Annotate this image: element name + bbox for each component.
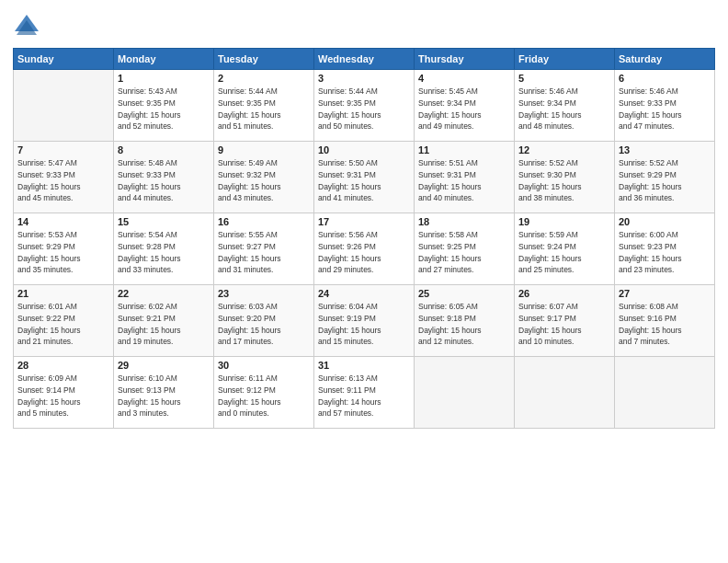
day-number: 3 — [318, 73, 410, 84]
day-info: Sunrise: 5:52 AM Sunset: 9:30 PM Dayligh… — [518, 157, 610, 204]
calendar-cell: 1Sunrise: 5:43 AM Sunset: 9:35 PM Daylig… — [114, 70, 214, 142]
day-number: 1 — [118, 73, 210, 84]
day-info: Sunrise: 5:44 AM Sunset: 9:35 PM Dayligh… — [318, 86, 410, 132]
calendar-header-row: SundayMondayTuesdayWednesdayThursdayFrid… — [14, 49, 715, 70]
calendar-cell: 8Sunrise: 5:48 AM Sunset: 9:33 PM Daylig… — [114, 142, 214, 213]
calendar-cell: 13Sunrise: 5:52 AM Sunset: 9:29 PM Dayli… — [615, 142, 715, 213]
calendar-cell: 15Sunrise: 5:54 AM Sunset: 9:28 PM Dayli… — [114, 213, 214, 285]
calendar-cell: 6Sunrise: 5:46 AM Sunset: 9:33 PM Daylig… — [615, 70, 715, 142]
day-info: Sunrise: 6:11 AM Sunset: 9:12 PM Dayligh… — [218, 373, 310, 419]
day-info: Sunrise: 6:00 AM Sunset: 9:23 PM Dayligh… — [619, 229, 711, 276]
day-info: Sunrise: 5:47 AM Sunset: 9:33 PM Dayligh… — [17, 157, 109, 204]
day-info: Sunrise: 5:43 AM Sunset: 9:35 PM Dayligh… — [118, 86, 210, 132]
calendar-week-1: 1Sunrise: 5:43 AM Sunset: 9:35 PM Daylig… — [14, 70, 715, 142]
day-info: Sunrise: 6:05 AM Sunset: 9:18 PM Dayligh… — [418, 301, 510, 348]
day-info: Sunrise: 5:51 AM Sunset: 9:31 PM Dayligh… — [418, 157, 510, 204]
day-info: Sunrise: 5:54 AM Sunset: 9:28 PM Dayligh… — [118, 229, 210, 276]
day-number: 13 — [619, 144, 711, 155]
calendar-cell: 11Sunrise: 5:51 AM Sunset: 9:31 PM Dayli… — [415, 142, 515, 213]
day-number: 26 — [518, 288, 610, 299]
calendar-cell: 21Sunrise: 6:01 AM Sunset: 9:22 PM Dayli… — [14, 285, 114, 357]
day-number: 28 — [17, 360, 109, 371]
calendar-week-3: 14Sunrise: 5:53 AM Sunset: 9:29 PM Dayli… — [14, 213, 715, 285]
calendar-cell: 7Sunrise: 5:47 AM Sunset: 9:33 PM Daylig… — [14, 142, 114, 213]
calendar-cell: 28Sunrise: 6:09 AM Sunset: 9:14 PM Dayli… — [14, 357, 114, 429]
day-number: 25 — [418, 288, 510, 299]
calendar-cell: 9Sunrise: 5:49 AM Sunset: 9:32 PM Daylig… — [214, 142, 314, 213]
calendar-cell: 26Sunrise: 6:07 AM Sunset: 9:17 PM Dayli… — [515, 285, 615, 357]
day-number: 21 — [17, 288, 109, 299]
day-number: 23 — [218, 288, 310, 299]
calendar-week-4: 21Sunrise: 6:01 AM Sunset: 9:22 PM Dayli… — [14, 285, 715, 357]
calendar-table: SundayMondayTuesdayWednesdayThursdayFrid… — [13, 48, 715, 429]
logo-icon — [13, 13, 40, 40]
day-info: Sunrise: 5:49 AM Sunset: 9:32 PM Dayligh… — [218, 157, 310, 204]
calendar-cell: 4Sunrise: 5:45 AM Sunset: 9:34 PM Daylig… — [415, 70, 515, 142]
day-number: 16 — [218, 216, 310, 227]
day-info: Sunrise: 6:07 AM Sunset: 9:17 PM Dayligh… — [518, 301, 610, 348]
day-info: Sunrise: 6:04 AM Sunset: 9:19 PM Dayligh… — [318, 301, 410, 348]
day-header-sunday: Sunday — [14, 49, 114, 70]
day-info: Sunrise: 5:46 AM Sunset: 9:33 PM Dayligh… — [619, 86, 711, 132]
day-info: Sunrise: 6:02 AM Sunset: 9:21 PM Dayligh… — [118, 301, 210, 348]
day-number: 30 — [218, 360, 310, 371]
calendar-cell: 30Sunrise: 6:11 AM Sunset: 9:12 PM Dayli… — [214, 357, 314, 429]
calendar-cell: 10Sunrise: 5:50 AM Sunset: 9:31 PM Dayli… — [314, 142, 415, 213]
calendar-cell: 16Sunrise: 5:55 AM Sunset: 9:27 PM Dayli… — [214, 213, 314, 285]
day-info: Sunrise: 5:56 AM Sunset: 9:26 PM Dayligh… — [318, 229, 410, 276]
calendar-cell: 29Sunrise: 6:10 AM Sunset: 9:13 PM Dayli… — [114, 357, 214, 429]
day-info: Sunrise: 5:58 AM Sunset: 9:25 PM Dayligh… — [418, 229, 510, 276]
day-info: Sunrise: 5:52 AM Sunset: 9:29 PM Dayligh… — [619, 157, 711, 204]
day-header-monday: Monday — [114, 49, 214, 70]
day-header-saturday: Saturday — [615, 49, 715, 70]
calendar-cell: 20Sunrise: 6:00 AM Sunset: 9:23 PM Dayli… — [615, 213, 715, 285]
calendar-cell: 2Sunrise: 5:44 AM Sunset: 9:35 PM Daylig… — [214, 70, 314, 142]
header — [13, 9, 715, 40]
calendar-week-2: 7Sunrise: 5:47 AM Sunset: 9:33 PM Daylig… — [14, 142, 715, 213]
day-number: 10 — [318, 144, 410, 155]
day-number: 5 — [518, 73, 610, 84]
calendar-cell: 31Sunrise: 6:13 AM Sunset: 9:11 PM Dayli… — [314, 357, 415, 429]
day-number: 8 — [118, 144, 210, 155]
day-header-tuesday: Tuesday — [214, 49, 314, 70]
calendar-cell — [515, 357, 615, 429]
day-header-thursday: Thursday — [415, 49, 515, 70]
day-info: Sunrise: 6:08 AM Sunset: 9:16 PM Dayligh… — [619, 301, 711, 348]
day-number: 4 — [418, 73, 510, 84]
calendar-cell — [615, 357, 715, 429]
day-number: 31 — [318, 360, 410, 371]
calendar-cell: 14Sunrise: 5:53 AM Sunset: 9:29 PM Dayli… — [14, 213, 114, 285]
calendar-cell: 5Sunrise: 5:46 AM Sunset: 9:34 PM Daylig… — [515, 70, 615, 142]
day-number: 12 — [518, 144, 610, 155]
day-number: 2 — [218, 73, 310, 84]
logo — [13, 13, 44, 40]
day-number: 11 — [418, 144, 510, 155]
day-number: 17 — [318, 216, 410, 227]
day-info: Sunrise: 5:55 AM Sunset: 9:27 PM Dayligh… — [218, 229, 310, 276]
day-info: Sunrise: 5:50 AM Sunset: 9:31 PM Dayligh… — [318, 157, 410, 204]
day-number: 19 — [518, 216, 610, 227]
calendar-cell — [415, 357, 515, 429]
day-info: Sunrise: 6:10 AM Sunset: 9:13 PM Dayligh… — [118, 373, 210, 419]
calendar-cell: 19Sunrise: 5:59 AM Sunset: 9:24 PM Dayli… — [515, 213, 615, 285]
day-info: Sunrise: 6:13 AM Sunset: 9:11 PM Dayligh… — [318, 373, 410, 419]
calendar-week-5: 28Sunrise: 6:09 AM Sunset: 9:14 PM Dayli… — [14, 357, 715, 429]
calendar-cell: 23Sunrise: 6:03 AM Sunset: 9:20 PM Dayli… — [214, 285, 314, 357]
day-number: 15 — [118, 216, 210, 227]
day-number: 14 — [17, 216, 109, 227]
day-number: 22 — [118, 288, 210, 299]
calendar-cell: 17Sunrise: 5:56 AM Sunset: 9:26 PM Dayli… — [314, 213, 415, 285]
calendar-cell: 24Sunrise: 6:04 AM Sunset: 9:19 PM Dayli… — [314, 285, 415, 357]
calendar-cell: 25Sunrise: 6:05 AM Sunset: 9:18 PM Dayli… — [415, 285, 515, 357]
day-info: Sunrise: 5:45 AM Sunset: 9:34 PM Dayligh… — [418, 86, 510, 132]
day-number: 9 — [218, 144, 310, 155]
calendar-cell: 12Sunrise: 5:52 AM Sunset: 9:30 PM Dayli… — [515, 142, 615, 213]
day-header-wednesday: Wednesday — [314, 49, 415, 70]
day-info: Sunrise: 5:46 AM Sunset: 9:34 PM Dayligh… — [518, 86, 610, 132]
day-number: 24 — [318, 288, 410, 299]
day-number: 27 — [619, 288, 711, 299]
calendar-cell: 22Sunrise: 6:02 AM Sunset: 9:21 PM Dayli… — [114, 285, 214, 357]
day-number: 18 — [418, 216, 510, 227]
day-info: Sunrise: 6:03 AM Sunset: 9:20 PM Dayligh… — [218, 301, 310, 348]
day-number: 29 — [118, 360, 210, 371]
